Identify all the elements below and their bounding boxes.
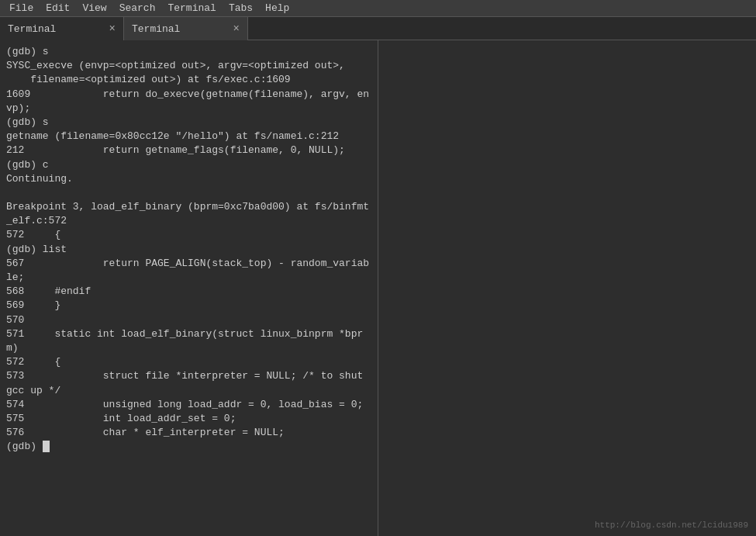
terminal-cursor bbox=[43, 441, 50, 452]
terminal-right[interactable]: http://blog.csdn.net/lcidu1989 bbox=[378, 40, 756, 536]
menu-tabs[interactable]: Tabs bbox=[223, 1, 259, 16]
menu-view[interactable]: View bbox=[76, 1, 112, 16]
tabbar: Terminal × Terminal × bbox=[0, 17, 756, 40]
menu-help[interactable]: Help bbox=[259, 1, 295, 16]
terminals-container: (gdb) s SYSC_execve (envp=<optimized out… bbox=[0, 40, 756, 536]
menu-search[interactable]: Search bbox=[113, 1, 162, 16]
terminal-left[interactable]: (gdb) s SYSC_execve (envp=<optimized out… bbox=[0, 40, 378, 536]
menu-edit[interactable]: Edit bbox=[40, 1, 76, 16]
tab-terminal-1-label: Terminal bbox=[8, 23, 103, 35]
menu-file[interactable]: File bbox=[3, 1, 40, 16]
terminal-left-content: (gdb) s SYSC_execve (envp=<optimized out… bbox=[6, 45, 371, 454]
watermark: http://blog.csdn.net/lcidu1989 bbox=[595, 520, 748, 530]
tab-terminal-2[interactable]: Terminal × bbox=[124, 17, 248, 40]
tab-terminal-1[interactable]: Terminal × bbox=[0, 17, 124, 40]
tab-terminal-1-close[interactable]: × bbox=[109, 23, 116, 34]
tab-terminal-2-label: Terminal bbox=[132, 23, 227, 35]
menubar: File Edit View Search Terminal Tabs Help bbox=[0, 0, 756, 17]
tab-terminal-2-close[interactable]: × bbox=[233, 23, 240, 34]
menu-terminal[interactable]: Terminal bbox=[161, 1, 222, 16]
